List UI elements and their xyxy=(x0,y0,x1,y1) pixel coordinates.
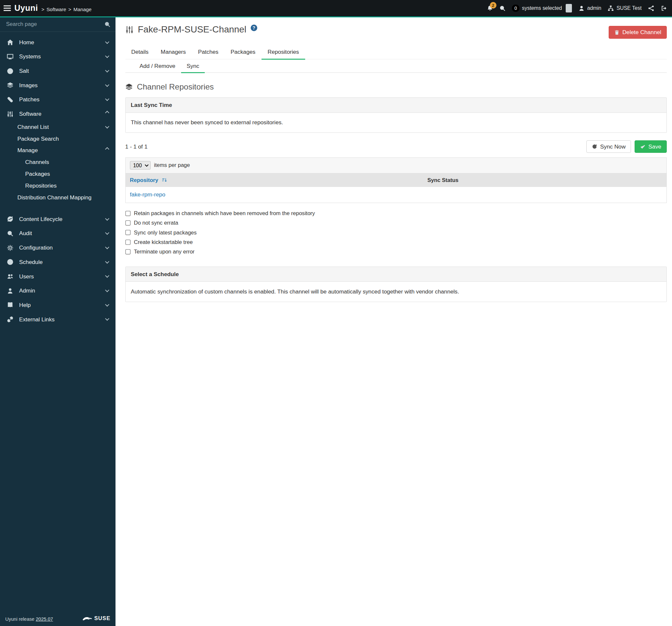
sidebar-item-schedule[interactable]: Schedule xyxy=(0,255,116,269)
org-icon xyxy=(608,5,614,11)
menu-icon[interactable] xyxy=(4,5,11,11)
checkbox-retain-packages-in-channels-which-have-b[interactable] xyxy=(125,211,131,217)
items-per-page-select[interactable]: 100 xyxy=(130,161,151,170)
column-repository-label: Repository xyxy=(130,177,158,183)
sidebar-item-configuration[interactable]: Configuration xyxy=(0,241,116,255)
suse-logo-text: SUSE xyxy=(94,615,110,622)
search-input[interactable] xyxy=(5,21,104,28)
channel-icon xyxy=(125,26,134,34)
search-icon[interactable] xyxy=(499,5,506,11)
sidebar-item-repositories[interactable]: Repositories xyxy=(0,180,116,192)
sidebar-item-label: Salt xyxy=(19,68,29,74)
sidebar-item-external-links[interactable]: External Links xyxy=(0,312,116,327)
sidebar-item-label: External Links xyxy=(19,317,54,323)
sidebar-item-label: Audit xyxy=(19,230,32,236)
help-icon[interactable]: ? xyxy=(251,25,257,31)
sidebar-item-label: Software xyxy=(19,111,41,117)
breadcrumb-separator: > xyxy=(41,6,44,12)
sidebar-item-manage[interactable]: Manage xyxy=(0,145,116,156)
brand-logo[interactable]: Uyuni xyxy=(15,3,38,13)
option-label: Create kickstartable tree xyxy=(134,239,193,246)
clear-selection-button[interactable] xyxy=(566,4,572,12)
chevron-down-icon xyxy=(105,217,109,221)
search-icon[interactable] xyxy=(104,21,111,28)
notifications-button[interactable]: 2 xyxy=(487,5,493,11)
sidebar-item-systems[interactable]: Systems xyxy=(0,50,116,64)
user-menu[interactable]: admin xyxy=(578,5,601,11)
tab-patches[interactable]: Patches xyxy=(192,45,224,60)
sidebar-item-packages[interactable]: Packages xyxy=(0,168,116,180)
sync-now-button[interactable]: Sync Now xyxy=(586,140,631,153)
sidebar-item-channels[interactable]: Channels xyxy=(0,156,116,168)
suse-logo: SUSE xyxy=(82,615,110,622)
sidebar-item-users[interactable]: Users xyxy=(0,269,116,284)
sidebar-item-salt[interactable]: Salt xyxy=(0,64,116,78)
images-icon xyxy=(7,82,15,89)
home-icon xyxy=(7,39,15,46)
last-sync-panel-title: Last Sync Time xyxy=(126,98,667,113)
checkbox-do-not-sync-errata[interactable] xyxy=(125,220,131,226)
sidebar-item-patches[interactable]: Patches xyxy=(0,93,116,107)
sidebar-item-software[interactable]: Software xyxy=(0,107,116,121)
column-repository[interactable]: Repository xyxy=(126,173,423,187)
option-sync-only-latest-packages: Sync only latest packages xyxy=(125,229,667,236)
sidebar-item-audit[interactable]: Audit xyxy=(0,226,116,241)
share-nodes-icon[interactable] xyxy=(648,5,654,11)
release-version-link[interactable]: 2025.07 xyxy=(36,617,53,622)
configuration-icon xyxy=(7,245,15,251)
sidebar-item-home[interactable]: Home xyxy=(0,35,116,50)
sidebar-item-content-lifecycle[interactable]: Content Lifecycle xyxy=(0,212,116,226)
sidebar-item-label: Users xyxy=(19,274,34,280)
check-icon xyxy=(640,144,645,149)
tab-managers[interactable]: Managers xyxy=(154,45,192,60)
systems-icon xyxy=(7,53,15,60)
systems-selected-label: systems selected xyxy=(522,5,562,11)
tab-packages[interactable]: Packages xyxy=(224,45,262,60)
option-label: Do not sync errata xyxy=(134,220,178,226)
sidebar-item-label: Home xyxy=(19,39,34,46)
subtab-add-remove[interactable]: Add / Remove xyxy=(134,59,181,73)
tab-details[interactable]: Details xyxy=(125,45,155,60)
sidebar-item-distribution-channel-mapping[interactable]: Distribution Channel Mapping xyxy=(0,192,116,203)
schedule-icon xyxy=(7,259,15,265)
checkbox-create-kickstartable-tree[interactable] xyxy=(125,240,131,245)
org-menu[interactable]: SUSE Test xyxy=(608,5,642,11)
option-terminate-upon-any-error: Terminate upon any error xyxy=(125,249,667,255)
chevron-down-icon xyxy=(105,124,109,129)
breadcrumb-manage[interactable]: Manage xyxy=(73,6,92,12)
sidebar-item-package-search[interactable]: Package Search xyxy=(0,133,116,145)
sidebar-item-help[interactable]: Help xyxy=(0,298,116,312)
delete-channel-button[interactable]: Delete Channel xyxy=(609,26,667,39)
release-prefix: Uyuni release xyxy=(5,617,34,622)
release-info: Uyuni release 2025.07 xyxy=(5,617,53,622)
patches-icon xyxy=(7,96,15,103)
refresh-icon xyxy=(592,144,597,149)
sidebar-item-label: Distribution Channel Mapping xyxy=(17,195,92,201)
tab-repositories[interactable]: Repositories xyxy=(262,45,305,60)
notification-badge: 2 xyxy=(490,2,497,8)
breadcrumb: > Software > Manage xyxy=(41,6,92,12)
sign-out-icon[interactable] xyxy=(661,5,667,11)
subtab-sync[interactable]: Sync xyxy=(181,59,205,73)
option-label: Sync only latest packages xyxy=(134,229,196,236)
chevron-up-icon xyxy=(105,147,109,151)
sidebar-item-admin[interactable]: Admin xyxy=(0,284,116,298)
breadcrumb-separator: > xyxy=(68,6,71,12)
sidebar-item-label: Repositories xyxy=(25,183,57,189)
checkbox-terminate-upon-any-error[interactable] xyxy=(125,249,131,255)
sidebar-item-images[interactable]: Images xyxy=(0,78,116,93)
breadcrumb-software[interactable]: Software xyxy=(47,6,66,12)
items-per-page-label: items per page xyxy=(154,162,190,169)
page-title: Fake-RPM-SUSE-Channel ? xyxy=(125,24,257,35)
save-button[interactable]: Save xyxy=(634,140,667,153)
org-name: SUSE Test xyxy=(617,5,642,11)
content-lifecycle-icon xyxy=(7,216,15,222)
admin-icon xyxy=(7,287,15,294)
username: admin xyxy=(587,5,601,11)
sidebar-item-channel-list[interactable]: Channel List xyxy=(0,121,116,133)
layers-icon xyxy=(125,83,133,91)
sidebar-item-label: Content Lifecycle xyxy=(19,216,62,222)
channel-tabs: DetailsManagersPatchesPackagesRepositori… xyxy=(125,45,667,60)
repository-link[interactable]: fake-rpm-repo xyxy=(130,191,165,198)
checkbox-sync-only-latest-packages[interactable] xyxy=(125,230,131,235)
